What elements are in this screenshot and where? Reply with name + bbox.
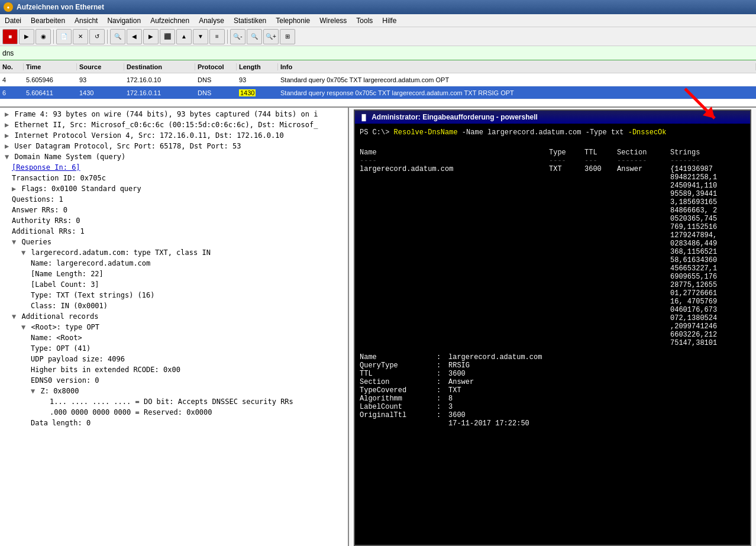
last-button[interactable]: ▼ bbox=[193, 29, 208, 44]
filter-input[interactable]: dns bbox=[2, 48, 754, 59]
ps-cmd-dnssec: -DnssecOk bbox=[628, 128, 667, 137]
detail-udp[interactable]: ▶ User Datagram Protocol, Src Port: 6517… bbox=[0, 141, 348, 151]
start-capture-button[interactable]: ▶ bbox=[19, 29, 34, 44]
detail-name[interactable]: Name: largerecord.adatum.com bbox=[0, 258, 348, 269]
detail-label-count[interactable]: [Label Count: 3] bbox=[0, 279, 348, 290]
detail-root-name[interactable]: Name: <Root> bbox=[0, 332, 348, 343]
ps-detail-date: 17-11-2017 17:22:50 bbox=[360, 419, 745, 428]
col-source: Source bbox=[77, 63, 124, 70]
detail-data-length[interactable]: Data length: 0 bbox=[0, 418, 348, 428]
packet-list: No. Time Source Destination Protocol Len… bbox=[0, 60, 756, 108]
detail-higher-bits[interactable]: Higher bits in extended RCODE: 0x00 bbox=[0, 364, 348, 375]
ps-detail-ttl: TTL:3600 bbox=[360, 370, 745, 378]
pkt-time: 5.606411 bbox=[24, 89, 77, 96]
ps-string-19: 072,1380524 bbox=[670, 314, 745, 322]
toolbar-sep-3 bbox=[227, 30, 228, 44]
ps-sep-strings: ------- bbox=[670, 157, 745, 165]
detail-answer-rrs[interactable]: Answer RRs: 0 bbox=[0, 205, 348, 215]
detail-name-length[interactable]: [Name Length: 22] bbox=[0, 269, 348, 279]
ps-detail-section: Name:largerecord.adatum.com QueryType:RR… bbox=[360, 353, 745, 428]
detail-response-in[interactable]: [Response In: 6] bbox=[0, 162, 348, 173]
detail-additional-records[interactable]: ▼ Additional records bbox=[0, 311, 348, 322]
layout-button[interactable]: ⊞ bbox=[280, 29, 295, 44]
options-button[interactable]: ◉ bbox=[35, 29, 51, 44]
ps-col-ttl: TTL bbox=[584, 148, 617, 157]
detail-type[interactable]: Type: TXT (Text strings) (16) bbox=[0, 290, 348, 301]
find-button[interactable]: 🔍 bbox=[110, 29, 125, 44]
menu-navigation[interactable]: Navigation bbox=[102, 15, 146, 26]
menu-bearbeiten[interactable]: Bearbeiten bbox=[26, 15, 70, 26]
ps-detail-algorithm: Algorithmm:8 bbox=[360, 395, 745, 403]
ps-detail-name: Name:largerecord.adatum.com bbox=[360, 353, 745, 361]
menu-hilfe[interactable]: Hilfe bbox=[377, 15, 401, 26]
ps-sep-name: ---- bbox=[360, 157, 549, 165]
detail-reserved[interactable]: .000 0000 0000 0000 = Reserved: 0x0000 bbox=[0, 407, 348, 418]
first-button[interactable]: ▲ bbox=[176, 29, 192, 44]
ps-row-strings: {141936987 894821258,1 2450941,110 95589… bbox=[670, 165, 745, 347]
ps-row-section: Answer bbox=[617, 165, 670, 173]
detail-queries[interactable]: ▼ Queries bbox=[0, 237, 348, 247]
colorize-button[interactable]: ≡ bbox=[209, 29, 225, 44]
open-button[interactable]: 📄 bbox=[56, 29, 72, 44]
detail-frame[interactable]: ▶ Frame 4: 93 bytes on wire (744 bits), … bbox=[0, 109, 348, 119]
detail-dns[interactable]: ▼ Domain Name System (query) bbox=[0, 151, 348, 162]
ps-col-section: Section bbox=[617, 148, 670, 157]
detail-flags[interactable]: ▶ Flags: 0x0100 Standard query bbox=[0, 183, 348, 194]
zoom-in-button[interactable]: 🔍+ bbox=[263, 29, 279, 44]
detail-ethernet[interactable]: ▶ Ethernet II, Src: Microsof_c0:6c:6c (0… bbox=[0, 119, 348, 130]
ps-prompt: PS C:\> bbox=[360, 128, 394, 137]
detail-additional-rrs[interactable]: Additional RRs: 1 bbox=[0, 226, 348, 237]
packet-row-6[interactable]: 6 5.606411 1430 172.16.0.11 DNS 1430 Sta… bbox=[0, 86, 756, 99]
packet-row-4[interactable]: 4 5.605946 93 172.16.0.10 DNS 93 Standar… bbox=[0, 73, 756, 86]
ps-string-3: 2450941,110 bbox=[670, 182, 745, 190]
ps-string-8: 769,1152516 bbox=[670, 223, 745, 231]
ps-string-1: {141936987 bbox=[670, 165, 745, 173]
ps-content: PS C:\> Resolve-DnsName -Name largerecor… bbox=[355, 124, 750, 545]
menu-aufzeichnen[interactable]: Aufzeichnen bbox=[146, 15, 194, 26]
ps-string-17: 16, 4705769 bbox=[670, 298, 745, 306]
ps-string-18: 0460176,673 bbox=[670, 306, 745, 314]
pkt-no: 6 bbox=[0, 89, 24, 96]
pkt-info: Standard query 0x705c TXT largerecord.ad… bbox=[278, 76, 756, 83]
menu-ansicht[interactable]: Ansicht bbox=[70, 15, 102, 26]
menu-wireless[interactable]: Wireless bbox=[315, 15, 351, 26]
prev-button[interactable]: ◀ bbox=[127, 29, 142, 44]
ps-detail-labelcount: LabelCount:3 bbox=[360, 403, 745, 411]
pkt-source: 1430 bbox=[77, 89, 124, 96]
zoom-out-button[interactable]: 🔍- bbox=[230, 29, 245, 44]
detail-ip[interactable]: ▶ Internet Protocol Version 4, Src: 172.… bbox=[0, 130, 348, 141]
col-no: No. bbox=[0, 63, 24, 70]
detail-transaction-id[interactable]: Transaction ID: 0x705c bbox=[0, 173, 348, 183]
menu-tools[interactable]: Tools bbox=[351, 15, 377, 26]
stop-capture-button[interactable]: ■ bbox=[2, 29, 18, 44]
detail-questions[interactable]: Questions: 1 bbox=[0, 194, 348, 205]
ps-string-7: 0520365,745 bbox=[670, 215, 745, 223]
ps-row-ttl: 3600 bbox=[584, 165, 617, 173]
close-button[interactable]: ✕ bbox=[73, 29, 88, 44]
zoom-normal-button[interactable]: 🔍 bbox=[247, 29, 262, 44]
detail-edns0[interactable]: EDNS0 version: 0 bbox=[0, 375, 348, 386]
detail-z[interactable]: ▼ Z: 0x8000 bbox=[0, 386, 348, 396]
detail-query-txt[interactable]: ▼ largerecord.adatum.com: type TXT, clas… bbox=[0, 247, 348, 258]
menu-statistiken[interactable]: Statistiken bbox=[229, 15, 271, 26]
next-button[interactable]: ▶ bbox=[143, 29, 159, 44]
goto-button[interactable]: ⬛ bbox=[160, 29, 175, 44]
menu-datei[interactable]: Datei bbox=[0, 15, 26, 26]
detail-type-opt[interactable]: Type: OPT (41) bbox=[0, 343, 348, 354]
menu-telephonie[interactable]: Telephonie bbox=[271, 15, 315, 26]
detail-class[interactable]: Class: IN (0x0001) bbox=[0, 301, 348, 311]
ps-detail-querytype: QueryType:RRSIG bbox=[360, 361, 745, 370]
reload-button[interactable]: ↺ bbox=[89, 29, 105, 44]
packet-detail-panel: ▶ Frame 4: 93 bytes on wire (744 bits), … bbox=[0, 108, 349, 546]
detail-do-bit[interactable]: 1... .... .... .... = DO bit: Accepts DN… bbox=[0, 396, 348, 407]
toolbar-sep-1 bbox=[53, 30, 54, 44]
toolbar: ■ ▶ ◉ 📄 ✕ ↺ 🔍 ◀ ▶ ⬛ ▲ ▼ ≡ 🔍- 🔍 🔍+ ⊞ bbox=[0, 27, 756, 46]
packet-list-header: No. Time Source Destination Protocol Len… bbox=[0, 60, 756, 73]
pkt-len: 93 bbox=[237, 76, 278, 83]
detail-udp-payload[interactable]: UDP payload size: 4096 bbox=[0, 354, 348, 364]
detail-authority-rrs[interactable]: Authority RRs: 0 bbox=[0, 215, 348, 226]
detail-root-opt[interactable]: ▼ <Root>: type OPT bbox=[0, 322, 348, 332]
ps-string-22: 75147,38101 bbox=[670, 339, 745, 347]
menu-analyse[interactable]: Analyse bbox=[194, 15, 229, 26]
toolbar-sep-2 bbox=[107, 30, 108, 44]
